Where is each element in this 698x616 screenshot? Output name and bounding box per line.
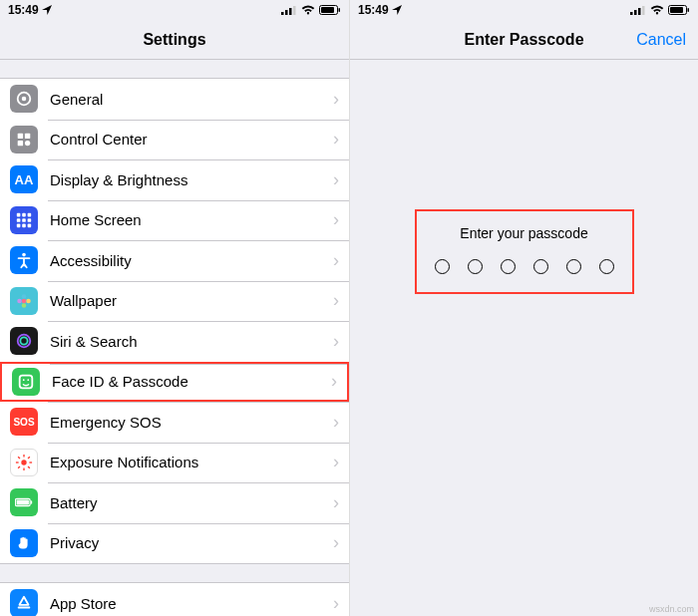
gear-icon xyxy=(10,85,38,113)
passcode-screen: 15:49 Enter Passcode Cancel Enter your p… xyxy=(349,0,698,616)
svg-point-31 xyxy=(23,379,25,381)
svg-rect-52 xyxy=(642,6,645,15)
settings-row-siri[interactable]: Siri & Search› xyxy=(0,321,349,362)
svg-point-25 xyxy=(26,299,31,304)
chevron-right-icon: › xyxy=(331,371,337,392)
svg-point-23 xyxy=(22,299,27,304)
svg-rect-2 xyxy=(289,8,292,15)
settings-row-gear[interactable]: General› xyxy=(0,79,349,120)
row-label: Display & Brightness xyxy=(50,171,333,188)
appstore-icon xyxy=(10,589,38,616)
row-label: Face ID & Passcode xyxy=(52,373,331,390)
passcode-dot xyxy=(435,259,450,274)
settings-row-grid[interactable]: Home Screen› xyxy=(0,200,349,241)
svg-point-12 xyxy=(25,141,30,146)
chevron-right-icon: › xyxy=(333,169,339,190)
svg-point-8 xyxy=(22,97,27,102)
passcode-dots[interactable] xyxy=(435,259,614,274)
svg-rect-0 xyxy=(281,12,284,15)
settings-row-aa[interactable]: AADisplay & Brightness› xyxy=(0,159,349,200)
row-label: Privacy xyxy=(50,534,333,551)
svg-point-33 xyxy=(21,460,26,464)
siri-icon xyxy=(10,327,38,355)
svg-point-22 xyxy=(22,253,26,257)
battery-icon xyxy=(319,5,341,15)
chevron-right-icon: › xyxy=(333,412,339,433)
row-label: App Store xyxy=(50,595,333,612)
row-label: Siri & Search xyxy=(50,333,333,350)
status-time: 15:49 xyxy=(358,3,389,17)
svg-rect-1 xyxy=(285,10,288,15)
row-label: Control Center xyxy=(50,131,333,148)
svg-line-38 xyxy=(18,457,20,459)
passcode-dot xyxy=(468,259,483,274)
svg-point-29 xyxy=(20,338,27,345)
settings-row-hand[interactable]: Privacy› xyxy=(0,523,349,564)
watermark: wsxdn.com xyxy=(649,604,694,614)
svg-point-32 xyxy=(27,379,29,381)
wifi-icon xyxy=(301,5,315,15)
chevron-right-icon: › xyxy=(333,89,339,110)
location-icon xyxy=(392,5,402,15)
svg-rect-5 xyxy=(321,7,334,13)
settings-row-sos[interactable]: SOSEmergency SOS› xyxy=(0,402,349,443)
svg-rect-21 xyxy=(28,223,32,227)
settings-group-main: General›Control Center›AADisplay & Brigh… xyxy=(0,78,349,564)
nav-bar: Enter Passcode Cancel xyxy=(350,20,698,60)
row-label: Exposure Notifications xyxy=(50,454,333,470)
svg-rect-9 xyxy=(18,133,23,138)
svg-rect-54 xyxy=(670,7,683,13)
svg-rect-13 xyxy=(17,213,21,217)
row-label: Emergency SOS xyxy=(50,414,333,431)
settings-list[interactable]: General›Control Center›AADisplay & Brigh… xyxy=(0,60,349,616)
svg-rect-6 xyxy=(339,8,341,12)
nav-title: Enter Passcode xyxy=(464,31,583,49)
chevron-right-icon: › xyxy=(333,129,339,150)
settings-row-appstore[interactable]: App Store› xyxy=(0,583,349,616)
passcode-body: Enter your passcode xyxy=(350,60,698,616)
nav-title: Settings xyxy=(143,31,205,49)
signal-icon xyxy=(630,5,646,15)
hand-icon xyxy=(10,529,38,557)
svg-rect-30 xyxy=(20,375,33,388)
status-bar: 15:49 xyxy=(350,0,698,20)
settings-row-flower[interactable]: Wallpaper› xyxy=(0,281,349,322)
battery-icon xyxy=(10,488,38,516)
svg-rect-20 xyxy=(22,223,26,227)
body-icon xyxy=(10,246,38,274)
passcode-dot xyxy=(533,259,548,274)
svg-rect-10 xyxy=(25,133,30,138)
svg-rect-11 xyxy=(18,141,23,146)
cancel-button[interactable]: Cancel xyxy=(636,31,686,49)
chevron-right-icon: › xyxy=(333,250,339,271)
row-label: Home Screen xyxy=(50,211,333,228)
settings-screen: 15:49 Settings General›Control Center›AA… xyxy=(0,0,349,616)
settings-row-faceid[interactable]: Face ID & Passcode› xyxy=(0,362,349,403)
row-label: Wallpaper xyxy=(50,292,333,309)
settings-row-control[interactable]: Control Center› xyxy=(0,120,349,160)
grid-icon xyxy=(10,206,38,234)
aa-icon: AA xyxy=(10,165,38,193)
wifi-icon xyxy=(650,5,664,15)
svg-line-39 xyxy=(28,466,30,468)
settings-row-exposure[interactable]: Exposure Notifications› xyxy=(0,443,349,483)
passcode-prompt: Enter your passcode xyxy=(435,225,614,241)
status-time: 15:49 xyxy=(8,3,39,17)
svg-rect-50 xyxy=(634,10,637,15)
settings-group-store: App Store›Wallet & Apple Pay› xyxy=(0,582,349,616)
svg-rect-3 xyxy=(293,6,296,15)
svg-point-26 xyxy=(22,303,27,308)
svg-rect-49 xyxy=(630,12,633,15)
passcode-dot xyxy=(566,259,581,274)
svg-rect-16 xyxy=(17,218,21,222)
chevron-right-icon: › xyxy=(333,492,339,513)
chevron-right-icon: › xyxy=(333,331,339,352)
battery-icon xyxy=(668,5,690,15)
settings-row-battery[interactable]: Battery› xyxy=(0,482,349,523)
svg-line-41 xyxy=(18,466,20,468)
settings-row-body[interactable]: Accessibility› xyxy=(0,240,349,281)
passcode-dot xyxy=(599,259,614,274)
chevron-right-icon: › xyxy=(333,452,339,472)
chevron-right-icon: › xyxy=(333,290,339,311)
nav-bar: Settings xyxy=(0,20,349,60)
